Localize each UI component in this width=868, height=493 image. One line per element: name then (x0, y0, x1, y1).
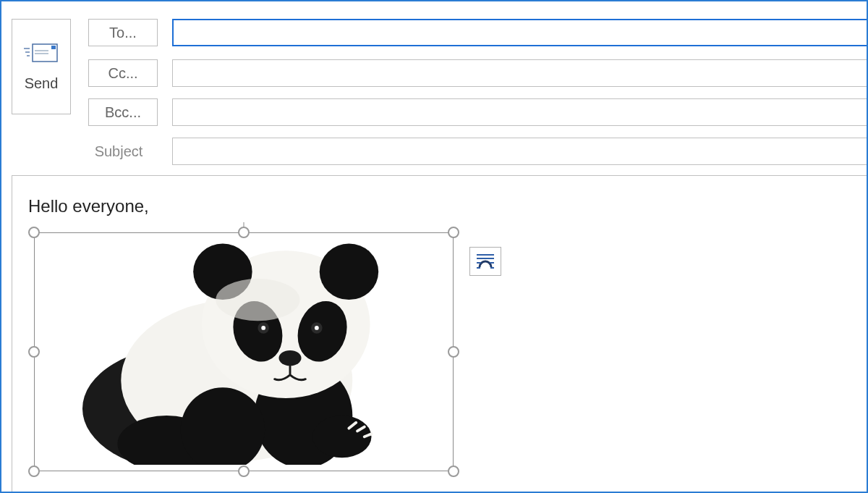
resize-handle-middle-left[interactable] (28, 346, 40, 358)
bcc-row: Bcc... (88, 98, 867, 126)
resize-handle-middle-right[interactable] (448, 346, 459, 358)
resize-handle-top-left[interactable] (28, 227, 40, 238)
to-button[interactable]: To... (88, 19, 158, 46)
resize-handle-bottom-left[interactable] (28, 465, 40, 477)
message-body[interactable]: Hello everyone, (12, 175, 867, 492)
bcc-input[interactable] (172, 98, 867, 126)
to-row: To... (88, 19, 867, 46)
resize-handle-top-right[interactable] (448, 227, 459, 238)
resize-handle-top-middle[interactable] (238, 227, 250, 238)
envelope-send-icon (22, 42, 60, 64)
to-input[interactable] (172, 19, 867, 46)
svg-point-21 (315, 326, 319, 330)
body-greeting: Hello everyone, (28, 196, 851, 216)
compose-window: Send To... Cc... Bcc... Subject Hello ev… (0, 0, 868, 493)
subject-input[interactable] (172, 138, 867, 165)
cc-button[interactable]: Cc... (88, 59, 158, 87)
resize-handle-bottom-middle[interactable] (238, 465, 250, 477)
inserted-image-frame[interactable] (34, 232, 454, 471)
subject-row: Subject (80, 138, 867, 165)
resize-handle-bottom-right[interactable] (448, 465, 459, 477)
svg-point-24 (216, 279, 299, 321)
svg-point-12 (312, 416, 371, 458)
subject-label: Subject (80, 138, 158, 165)
layout-options-button[interactable] (469, 247, 501, 276)
svg-rect-1 (51, 46, 56, 49)
cc-row: Cc... (88, 59, 867, 87)
svg-point-15 (320, 244, 378, 300)
panda-image (41, 233, 446, 465)
send-button[interactable]: Send (12, 19, 71, 114)
inserted-image-selection[interactable] (28, 227, 459, 477)
send-label: Send (25, 75, 59, 92)
svg-point-19 (261, 326, 265, 330)
layout-options-icon (475, 253, 495, 270)
cc-input[interactable] (172, 59, 867, 87)
bcc-button[interactable]: Bcc... (88, 98, 158, 126)
